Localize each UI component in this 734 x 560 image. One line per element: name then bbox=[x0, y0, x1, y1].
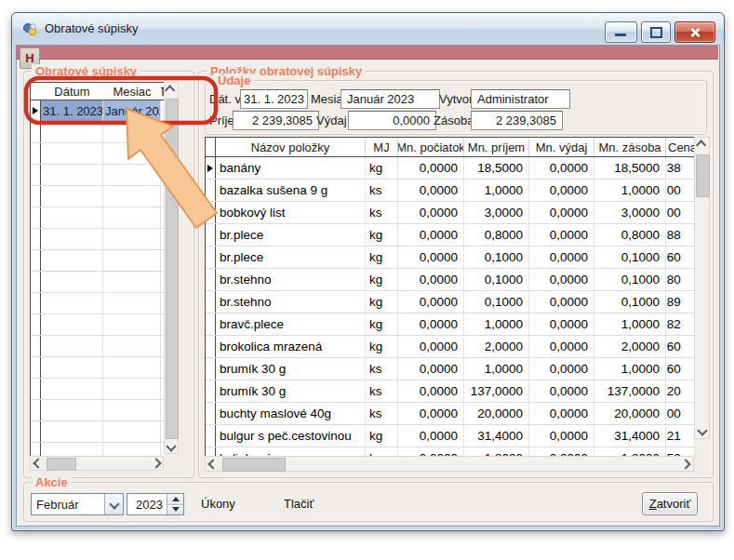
cell-nazov[interactable]: br.stehno bbox=[216, 269, 366, 290]
header-vydaj[interactable]: Mn. výdaj bbox=[529, 138, 594, 156]
hscroll-thumb[interactable] bbox=[47, 458, 76, 471]
items-row[interactable]: br.plecekg0,00000,80000,00000,8000,88 bbox=[206, 224, 695, 247]
title-bar[interactable]: Obratové súpisky bbox=[12, 13, 724, 45]
cell-prijem[interactable]: 3,0000 bbox=[464, 202, 529, 223]
scroll-left-button[interactable] bbox=[206, 457, 220, 471]
supisky-table-header[interactable]: Dátum Mesiac T bbox=[31, 82, 165, 100]
header-mj[interactable]: MJ bbox=[366, 138, 398, 156]
cell-vydaj[interactable]: 0,0000 bbox=[529, 180, 594, 201]
cell-nazov[interactable]: bravč.plece bbox=[216, 313, 366, 335]
supisky-empty-row[interactable] bbox=[31, 400, 165, 421]
header-pociatok[interactable]: Mn. počiatok bbox=[398, 138, 464, 156]
cell-vydaj[interactable]: 0,0000 bbox=[529, 380, 594, 402]
cell-mj[interactable]: ks bbox=[366, 358, 398, 380]
items-vscrollbar[interactable] bbox=[694, 137, 710, 439]
cell-mj[interactable]: kg bbox=[366, 291, 398, 313]
supisky-empty-row[interactable] bbox=[31, 143, 165, 165]
cell-pociatok[interactable]: 0,0000 bbox=[398, 380, 464, 402]
cell-mj[interactable]: ks bbox=[366, 180, 398, 201]
year-spinner[interactable]: 2023 bbox=[127, 493, 184, 515]
cell-zasoba[interactable]: 20,0000 bbox=[594, 403, 666, 424]
items-row[interactable]: buchty maslové 40gks0,000020,00000,00002… bbox=[206, 403, 695, 425]
cell-prijem[interactable]: 1,0000 bbox=[464, 180, 529, 201]
cell-cena[interactable]: ,80 bbox=[666, 269, 695, 290]
cell-cena[interactable]: ,60 bbox=[666, 358, 695, 380]
cell-prijem[interactable]: 2,0000 bbox=[464, 336, 529, 357]
prijem-field[interactable]: 2 239,3085 bbox=[233, 111, 319, 130]
supisky-empty-row[interactable] bbox=[31, 314, 165, 336]
items-row[interactable]: bulgur s peč.cestovinoukg0,000031,40000,… bbox=[206, 425, 695, 447]
header-cena[interactable]: Cena bbox=[666, 138, 695, 156]
cell-vydaj[interactable]: 0,0000 bbox=[529, 202, 594, 223]
items-row[interactable]: bravč.plecekg0,00001,00000,00001,0000,82 bbox=[206, 313, 695, 336]
cell-nazov[interactable]: bylinková zmes bbox=[216, 447, 366, 456]
cell-prijem[interactable]: 20,0000 bbox=[464, 403, 529, 424]
cell-vydaj[interactable]: 0,0000 bbox=[529, 358, 594, 380]
cell-pociatok[interactable]: 0,0000 bbox=[398, 425, 464, 447]
cell-mj[interactable]: ks bbox=[366, 202, 398, 223]
cell-zasoba[interactable]: 31,4000 bbox=[594, 425, 666, 447]
mesiac-field[interactable]: Január 2023 bbox=[340, 89, 440, 109]
cell-nazov[interactable]: brokolica mrazená bbox=[216, 336, 366, 357]
supisky-empty-row[interactable] bbox=[31, 250, 165, 272]
supisky-empty-row[interactable] bbox=[31, 207, 165, 229]
cell-prijem[interactable]: 0,8000 bbox=[464, 224, 529, 246]
cell-pociatok[interactable]: 0,0000 bbox=[398, 180, 464, 201]
cell-mj[interactable]: kg bbox=[366, 247, 398, 268]
supisky-empty-row[interactable] bbox=[31, 379, 165, 400]
cell-zasoba[interactable]: 0,1000 bbox=[594, 247, 666, 268]
items-row[interactable]: brumík 30 gks0,00001,00000,00001,0000,60 bbox=[206, 358, 695, 380]
cell-cena[interactable]: ,00 bbox=[666, 180, 695, 201]
spin-down-button[interactable] bbox=[167, 505, 183, 515]
cell-nazov[interactable]: buchty maslové 40g bbox=[216, 403, 366, 424]
cell-vydaj[interactable]: 0,0000 bbox=[529, 336, 594, 357]
cell-cena[interactable]: ,60 bbox=[666, 336, 695, 357]
cell-mj[interactable]: kg bbox=[366, 425, 398, 447]
cell-pociatok[interactable]: 0,0000 bbox=[398, 403, 464, 424]
cell-prijem[interactable]: 1,0000 bbox=[464, 313, 529, 335]
cell-cena[interactable]: ,89 bbox=[666, 291, 695, 313]
header-mesiac[interactable]: Mesiac bbox=[103, 83, 161, 100]
cell-nazov[interactable]: bobkový list bbox=[216, 202, 366, 223]
cell-nazov[interactable]: brumík 30 g bbox=[216, 380, 366, 402]
items-row[interactable]: br.stehnokg0,00000,10000,00000,1000,80 bbox=[206, 269, 695, 291]
scroll-up-button[interactable] bbox=[695, 138, 709, 153]
items-hscrollbar[interactable] bbox=[205, 456, 694, 472]
items-row[interactable]: banánykg0,000018,50000,000018,5000,38 bbox=[206, 157, 695, 180]
month-combobox-dropdown[interactable] bbox=[104, 494, 123, 514]
tlacit-menu[interactable]: Tlačiť bbox=[284, 497, 314, 511]
cell-zasoba[interactable]: 0,1000 bbox=[594, 269, 666, 290]
supisky-empty-row[interactable] bbox=[31, 443, 165, 456]
header-zasoba[interactable]: Mn. zásoba bbox=[594, 138, 666, 156]
supisky-empty-row[interactable] bbox=[31, 357, 165, 379]
year-spinner-value[interactable]: 2023 bbox=[127, 494, 167, 514]
cell-pociatok[interactable]: 0,0000 bbox=[398, 157, 464, 179]
cell-mj[interactable]: kg bbox=[366, 224, 398, 246]
cell-pociatok[interactable]: 0,0000 bbox=[398, 313, 464, 335]
cell-zasoba[interactable]: 0,1000 bbox=[594, 291, 666, 313]
cell-vydaj[interactable]: 0,0000 bbox=[529, 247, 594, 268]
supisky-empty-row[interactable] bbox=[31, 186, 165, 207]
cell-vydaj[interactable]: 0,0000 bbox=[529, 157, 594, 179]
cell-mj[interactable]: kg bbox=[366, 336, 398, 357]
cell-zasoba[interactable]: 2,0000 bbox=[594, 336, 666, 357]
month-combobox[interactable]: Február bbox=[31, 493, 124, 515]
cell-vydaj[interactable]: 0,0000 bbox=[529, 291, 594, 313]
supisky-hscrollbar[interactable] bbox=[30, 456, 164, 471]
cell-pociatok[interactable]: 0,0000 bbox=[398, 291, 464, 313]
month-combobox-value[interactable]: Február bbox=[32, 498, 104, 512]
cell-cena[interactable]: ,88 bbox=[666, 224, 695, 246]
cell-prijem[interactable]: 0,1000 bbox=[464, 291, 529, 313]
cell-prijem[interactable]: 18,5000 bbox=[464, 157, 529, 179]
items-row[interactable]: brokolica mrazenákg0,00002,00000,00002,0… bbox=[206, 336, 695, 358]
cell-mesiac[interactable]: Január 2023 bbox=[103, 100, 161, 121]
supisky-empty-row[interactable] bbox=[31, 272, 165, 293]
cell-zasoba[interactable]: 1,0000 bbox=[594, 313, 666, 335]
cell-zasoba[interactable]: 1,0000 bbox=[594, 180, 666, 201]
cell-vydaj[interactable]: 0,0000 bbox=[529, 403, 594, 424]
cell-prijem[interactable]: 1,2000 bbox=[464, 447, 529, 456]
cell-mj[interactable]: kg bbox=[366, 157, 398, 179]
cell-cena[interactable]: ,00 bbox=[666, 202, 695, 223]
cell-prijem[interactable]: 31,4000 bbox=[464, 425, 529, 447]
cell-datum[interactable]: 31. 1. 2023 bbox=[41, 100, 103, 121]
